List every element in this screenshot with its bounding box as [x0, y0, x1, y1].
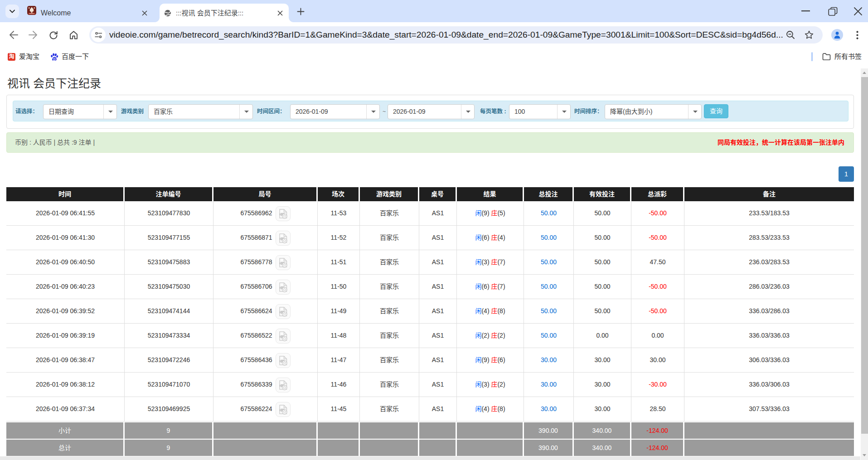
- svg-text:du: du: [53, 57, 56, 60]
